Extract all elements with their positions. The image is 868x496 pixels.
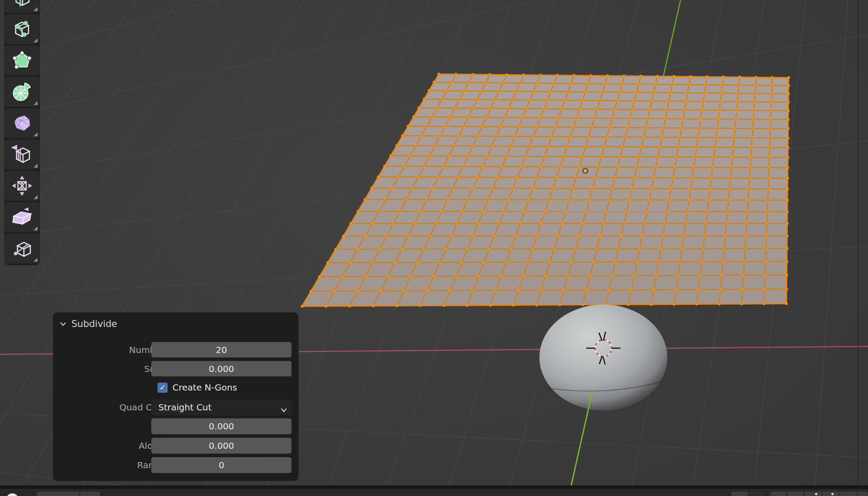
button-divider xyxy=(839,492,840,496)
row-quad-corner-type: Quad Corner Type Straight Cut xyxy=(53,399,299,415)
along-normal-field[interactable]: 0.000 xyxy=(151,438,292,454)
button-divider xyxy=(79,492,80,496)
shear-icon xyxy=(11,206,33,228)
panel-header[interactable]: Subdivide xyxy=(59,319,117,329)
timeline-strip xyxy=(0,485,868,496)
play-reverse-icon xyxy=(815,493,817,495)
playback-popover-button[interactable] xyxy=(37,492,100,496)
tool-group-indicator xyxy=(34,164,37,168)
row-create-ngons: ✓ Create N-Gons xyxy=(53,382,299,393)
edge-slide-icon xyxy=(11,143,33,165)
smooth-icon xyxy=(11,112,33,134)
tool-button-rip-region[interactable] xyxy=(5,233,39,263)
object-origin-dot xyxy=(583,169,588,173)
quad-corner-type-dropdown[interactable]: Straight Cut xyxy=(151,399,292,415)
chevron-down-icon xyxy=(281,405,287,415)
button-divider xyxy=(804,492,804,496)
spin-icon xyxy=(11,81,33,103)
row-smoothness: Smoothness 0.000 xyxy=(53,361,299,376)
shrink-fatten-icon xyxy=(11,175,33,197)
tool-group-indicator xyxy=(34,7,37,11)
row-random-seed: Random Seed 0 xyxy=(53,457,299,473)
tool-button-poly-build[interactable] xyxy=(5,45,39,75)
tool-button-shrink-fatten[interactable] xyxy=(5,171,39,201)
operator-panel-subdivide: Subdivide Number of Cuts 20 Smoothness 0… xyxy=(53,312,299,481)
button-divider xyxy=(822,492,823,496)
edit-mode-toolbar xyxy=(4,0,40,265)
tool-group-indicator xyxy=(34,258,37,262)
panel-title: Subdivide xyxy=(71,319,117,329)
loop-cut-icon xyxy=(11,0,33,9)
tool-button-knife[interactable] xyxy=(5,14,39,44)
fractal-field[interactable]: 0.000 xyxy=(151,418,292,434)
tool-group-indicator xyxy=(34,226,37,230)
button-divider xyxy=(786,492,787,496)
tool-group-indicator xyxy=(34,195,37,199)
row-number-of-cuts: Number of Cuts 20 xyxy=(53,342,299,357)
rip-region-icon xyxy=(11,237,33,259)
blender-window: Subdivide Number of Cuts 20 Smoothness 0… xyxy=(0,0,868,496)
editor-type-icon[interactable] xyxy=(6,493,19,496)
play-icon xyxy=(831,493,834,495)
playback-controls[interactable] xyxy=(771,492,868,496)
tool-button-edge-slide[interactable] xyxy=(5,139,39,169)
quad-corner-type-value: Straight Cut xyxy=(158,402,212,413)
plane-mesh-selected[interactable] xyxy=(301,73,790,308)
row-along-normal: Along Normal 0.000 xyxy=(53,438,299,454)
button-divider xyxy=(857,492,858,496)
tool-button-smooth[interactable] xyxy=(5,108,39,138)
frame-toggle-group[interactable] xyxy=(731,492,764,496)
knife-icon xyxy=(11,18,33,40)
random-seed-field[interactable]: 0 xyxy=(151,457,292,473)
row-fractal: Fractal 0.000 xyxy=(53,418,299,434)
region-seam-line xyxy=(857,0,858,485)
tool-button-loop-cut[interactable] xyxy=(5,0,39,13)
chevron-down-icon xyxy=(59,320,67,328)
poly-build-icon xyxy=(11,49,33,71)
number-of-cuts-field[interactable]: 20 xyxy=(151,342,292,357)
smoothness-field[interactable]: 0.000 xyxy=(151,361,292,376)
tool-button-shear[interactable] xyxy=(5,202,39,232)
tool-button-spin[interactable] xyxy=(5,77,39,107)
create-ngons-label[interactable]: Create N-Gons xyxy=(172,382,237,393)
timeline-header-partial xyxy=(0,489,868,496)
tool-group-indicator xyxy=(34,132,37,136)
tool-group-indicator xyxy=(34,101,37,105)
create-ngons-checkbox[interactable]: ✓ xyxy=(157,383,168,393)
tool-group-indicator xyxy=(34,38,37,42)
frame-toggle-active[interactable] xyxy=(748,492,764,496)
